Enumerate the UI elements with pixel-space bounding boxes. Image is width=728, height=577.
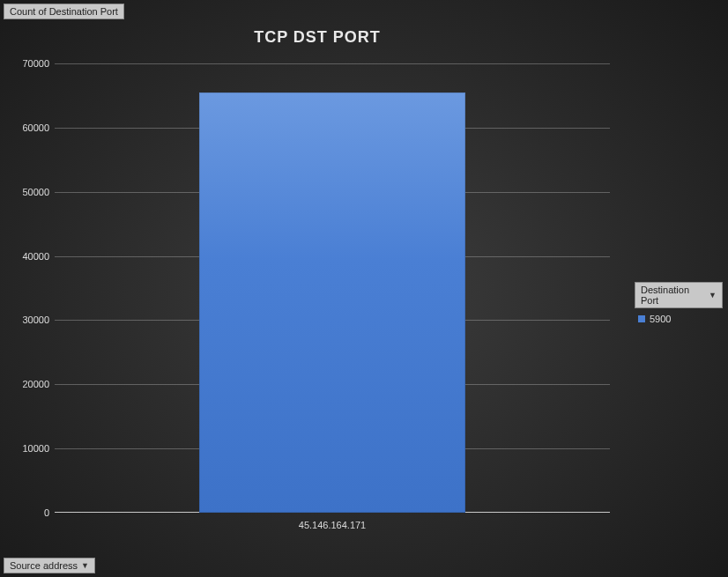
legend-header-dropdown[interactable]: Destination Port ▼ xyxy=(635,282,723,308)
x-tick-label: 45.146.164.171 xyxy=(299,520,366,530)
legend-item[interactable]: 5900 xyxy=(635,314,723,324)
y-tick-label: 10000 xyxy=(11,443,49,454)
y-tick-label: 0 xyxy=(11,507,49,518)
legend-header-label: Destination Port xyxy=(641,285,705,306)
legend: Destination Port ▼ 5900 xyxy=(635,282,723,324)
chevron-down-icon: ▼ xyxy=(709,291,717,300)
bar xyxy=(199,92,465,513)
legend-item-label: 5900 xyxy=(650,314,671,324)
y-tick-label: 60000 xyxy=(11,122,49,133)
y-tick-label: 70000 xyxy=(11,58,49,69)
legend-swatch xyxy=(638,315,645,322)
grid-line xyxy=(55,63,610,64)
y-tick-label: 40000 xyxy=(11,251,49,262)
y-tick-label: 20000 xyxy=(11,379,49,389)
chevron-down-icon: ▼ xyxy=(81,561,89,570)
x-axis-label-text: Source address xyxy=(10,560,78,571)
y-tick-label: 30000 xyxy=(11,314,49,325)
x-axis-label-dropdown[interactable]: Source address ▼ xyxy=(4,558,95,573)
y-tick-label: 50000 xyxy=(11,187,49,197)
chart-title: TCP DST PORT xyxy=(0,28,635,47)
plot-area: 01000020000300004000050000600007000045.1… xyxy=(55,63,610,513)
y-axis-label-badge: Count of Destination Port xyxy=(4,4,124,19)
